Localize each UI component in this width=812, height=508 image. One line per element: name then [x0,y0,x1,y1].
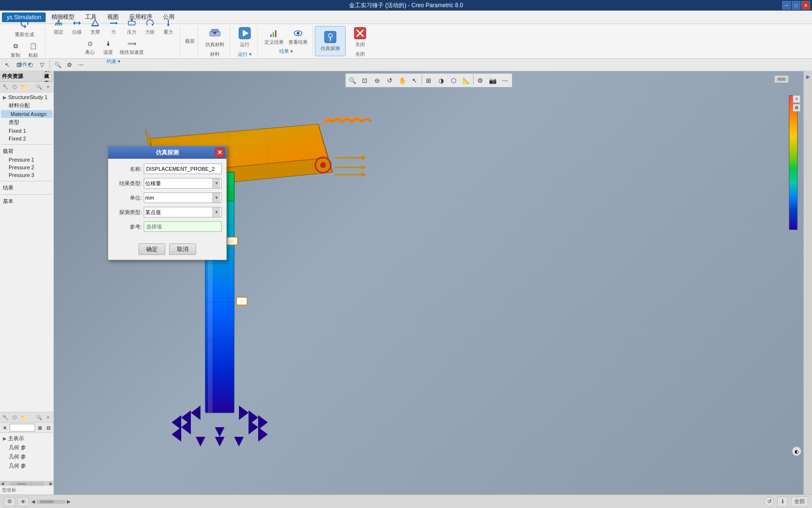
toolbar-moment-btn[interactable]: 力矩 [141,17,159,37]
main-toolbar: 重新生成 ⧉ 复制 📋 粘贴 操作 ▾ [0,24,812,59]
tree-item-pressure2[interactable]: Pressure 2 [1,164,52,171]
name-input[interactable] [144,164,222,174]
canvas-btn-wire[interactable]: ⬡ [448,75,460,86]
toolbar-fix-btn[interactable]: 固定 [50,17,67,37]
dialog-cancel-btn[interactable]: 取消 [169,243,196,255]
tree-item-fixed1[interactable]: Fixed 1 [1,127,52,135]
subtb-settings-btn[interactable]: ⋯ [75,60,86,70]
canvas-tb-sep [422,75,422,84]
subtb-filter-btn[interactable]: ▽ [37,60,47,70]
tree-tb-add[interactable]: + [44,83,52,91]
panel-collapse-btn[interactable]: 收藏夹 [44,73,51,80]
tree-item-pressure1[interactable]: Pressure 1 [1,156,52,164]
subtb-box-btn[interactable]: ⬡ [25,60,36,70]
view-result-icon [293,28,303,38]
tree-tb-bottom-btn2[interactable]: ⬡ [10,413,19,422]
tree-collapse-all[interactable]: ⊟ [45,424,52,432]
tree-tb-bottom-btn1[interactable]: 🔧 [1,413,10,422]
canvas-area[interactable]: 🔍 ⊡ ⊖ ↺ ✋ ↖ ⊞ ◑ ⬡ 📐 ⚙ 📷 ⋯ [54,71,803,495]
toolbar-linear-accel-btn[interactable]: ⟹ 线性加速度 [118,38,146,57]
tree-item-pressure3[interactable]: Pressure 3 [1,171,52,179]
scroll-arrow-right[interactable]: ▶ [49,482,53,486]
canvas-btn-capture[interactable]: 📷 [487,75,499,86]
toolbar-material-btn[interactable]: M 仿真材料 [203,25,227,50]
hscroll-track[interactable] [37,500,65,504]
canvas-btn-more[interactable]: ⋯ [500,75,511,86]
legend-color-wheel[interactable]: ◐ [792,446,801,456]
select-all-btn[interactable]: 全部 [791,496,808,507]
run-group-label[interactable]: 运行 ▾ [238,51,251,58]
maximize-button[interactable]: □ [792,1,800,10]
toolbar-displace-btn[interactable]: 位移 [68,17,86,37]
subtb-zoom-btn[interactable]: 🔍 [52,60,63,70]
canvas-btn-select[interactable]: ↖ [409,75,421,86]
toolbar-temperature-btn[interactable]: 🌡 温度 [100,38,117,57]
canvas-btn-rotate[interactable]: ↺ [384,75,396,86]
tree-tb-bottom-search[interactable]: 🔍 [35,413,43,422]
tree-tb-btn2[interactable]: ⬡ [10,83,19,91]
probe-type-select[interactable]: 某点值 ▼ [144,207,222,217]
close-window-button[interactable]: ✕ [801,1,810,10]
toolbar-support-btn[interactable]: 支撑 [87,17,104,37]
constraints-group-label[interactable]: 约束 ▾ [107,58,120,65]
hscroll-right[interactable]: ▶ [66,499,71,504]
tree-item-type[interactable]: 类型 [1,118,52,127]
tree-item-geometry2[interactable]: 几何 参 [1,452,52,461]
toolbar-new-btn[interactable]: 重新生成 [12,15,37,39]
scroll-arrow-left[interactable]: ◀ [0,482,5,486]
status-view-btn[interactable]: 👁 [17,497,29,507]
tree-tb-search[interactable]: 🔍 [35,83,43,91]
toolbar-close-btn[interactable]: 关闭 [350,25,370,50]
tree-tb-bottom-btn3[interactable]: 📁 [19,413,28,422]
toolbar-gravity-btn[interactable]: 重力 [160,17,177,37]
tree-tb-btn3[interactable]: 📁 [19,83,28,91]
tree-item-main-view[interactable]: ▶ 主表示 [1,434,52,443]
tree-item-material-assign-parent[interactable]: 材料分配 [1,101,52,110]
toolbar-force-btn[interactable]: 力 [105,17,122,37]
toolbar-pressure-btn[interactable]: 压力 [123,17,140,37]
toolbar-paste-btn[interactable]: 📋 粘贴 [25,40,42,60]
toolbar-run-btn[interactable]: 运行 [235,25,254,50]
tree-item-geometry3[interactable]: 几何 参 [1,461,52,470]
unit-select[interactable]: mm ▼ [144,192,222,203]
canvas-btn-zoom-fit[interactable]: ⊡ [359,75,371,86]
toolbar-sim-probe-btn[interactable]: 仿真探测 [318,29,342,53]
subtb-tools-btn[interactable]: ⚙ [64,60,75,70]
canvas-btn-pan[interactable]: ✋ [397,75,408,86]
tree-item-geometry1[interactable]: 几何 参 [1,443,52,452]
tree-expand-all[interactable]: ⊞ [36,424,44,432]
status-settings-btn[interactable]: ⚙ [4,497,15,507]
status-info-btn[interactable]: ℹ [777,496,788,507]
dialog-close-btn[interactable]: ✕ [215,148,225,157]
toolbar-copy-btn[interactable]: ⧉ 复制 [7,40,24,60]
tree-search-input[interactable] [10,424,35,432]
reference-input[interactable]: 选择项 [144,221,222,232]
toolbar-view-result-btn[interactable]: 查看结果 [287,27,310,47]
toolbar-centrifugal-btn[interactable]: ⊙ 离心 [81,38,99,57]
right-panel-btn1[interactable]: ▶ [805,73,812,80]
tree-tb-btn1[interactable]: 🔧 [1,83,10,91]
canvas-btn-zoom-in[interactable]: 🔍 [347,75,358,86]
result-type-select[interactable]: 位移量 ▼ [144,178,222,189]
canvas-btn-analysis[interactable]: ⚙ [475,75,486,86]
canvas-btn-section[interactable]: ⊞ [423,75,435,86]
tree-item-material-assign[interactable]: Material Assign [1,110,52,118]
tree-item-structurestudy[interactable]: ▶ StructureStudy 1 [1,93,52,101]
dialog-confirm-btn[interactable]: 确定 [138,243,165,255]
results-group-label[interactable]: 结果 ▾ [279,48,293,55]
subtb-cursor-btn[interactable]: ↖ [2,60,12,70]
minimize-button[interactable]: ─ [782,1,791,10]
canvas-btn-measure[interactable]: 📐 [461,75,472,86]
hscroll-left[interactable]: ◀ [31,499,36,504]
toolbar-define-result-btn[interactable]: 定义结果 [262,27,286,47]
canvas-btn-shading[interactable]: ◑ [436,75,447,86]
tree-search-close[interactable]: ✕ [1,424,9,432]
scroll-track-bottom[interactable] [10,483,44,485]
status-refresh-btn[interactable]: ↺ [764,496,775,507]
subtb-select-btn[interactable]: ⊡ [13,60,24,70]
legend-zoom-btn[interactable]: + [793,95,800,103]
tree-item-fixed2[interactable]: Fixed 2 [1,135,52,142]
canvas-btn-zoom-out[interactable]: ⊖ [372,75,383,86]
tree-tb-bottom-add[interactable]: + [44,413,52,422]
legend-settings-btn[interactable]: ⚙ [793,104,800,112]
